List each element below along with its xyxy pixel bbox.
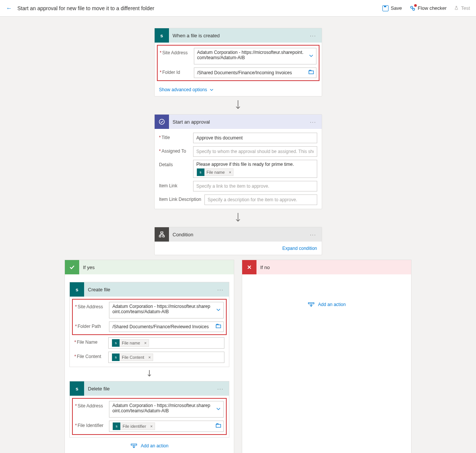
create-file-title: Create file: [88, 287, 212, 292]
test-label: Test: [461, 5, 470, 11]
save-label: Save: [391, 5, 402, 11]
connector-arrow: [234, 99, 242, 111]
approval-icon: [155, 115, 169, 129]
create-file-header[interactable]: s Create file ···: [70, 282, 229, 297]
trigger-menu[interactable]: ···: [309, 33, 318, 38]
svg-point-3: [159, 119, 164, 124]
chevron-down-icon[interactable]: [216, 406, 221, 413]
token-file-content[interactable]: sFile Content×: [112, 354, 153, 361]
sharepoint-icon: s: [112, 339, 120, 347]
token-file-name[interactable]: sFile name×: [112, 339, 149, 347]
token-remove[interactable]: ×: [146, 355, 152, 360]
add-action-no[interactable]: Add an action: [307, 296, 345, 313]
df-fileid-label: *File Identifier: [75, 421, 109, 428]
token-file-name[interactable]: sFile name×: [197, 168, 234, 176]
approval-title: Start an approval: [173, 119, 305, 125]
cf-filename-field[interactable]: sFile name×: [108, 337, 224, 349]
condition-icon: [155, 227, 169, 242]
item-link-field[interactable]: [193, 181, 317, 191]
df-site-value: Adatum Corporation - https://microsofteu…: [112, 403, 213, 413]
delete-file-menu[interactable]: ···: [216, 386, 225, 392]
folder-picker-icon[interactable]: [216, 324, 221, 330]
approval-header[interactable]: Start an approval ···: [155, 115, 322, 129]
assigned-to-input[interactable]: [197, 149, 314, 154]
item-link-input[interactable]: [197, 184, 314, 189]
create-file-card: s Create file ··· *Site Address Adatum C…: [69, 282, 229, 367]
save-button[interactable]: Save: [382, 5, 402, 11]
trigger-highlight: *Site Address Adatum Corporation - https…: [157, 45, 319, 81]
if-yes-header[interactable]: If yes: [65, 260, 234, 274]
if-no-header[interactable]: If no: [242, 260, 411, 274]
sharepoint-icon: s: [113, 422, 120, 430]
flow-checker-icon: [410, 5, 416, 11]
item-link-label: Item Link: [159, 181, 193, 188]
approval-menu[interactable]: ···: [309, 119, 318, 125]
check-icon: [65, 260, 79, 274]
chevron-down-icon[interactable]: [309, 53, 314, 60]
sharepoint-icon: s: [155, 28, 169, 43]
token-remove[interactable]: ×: [227, 170, 233, 174]
show-advanced-link[interactable]: Show advanced options: [155, 83, 322, 96]
folder-id-field[interactable]: /Shared Documents/Finance/Incoming Invoi…: [194, 67, 316, 78]
flow-title: Start an approval for new file to move i…: [17, 5, 154, 11]
add-action-yes[interactable]: Add an action: [130, 438, 168, 453]
token-file-identifier[interactable]: sFile identifier×: [112, 422, 155, 430]
if-yes-title: If yes: [83, 265, 95, 270]
if-yes-branch: If yes s Create file ··· *Site Address A…: [64, 260, 234, 453]
expand-condition-link[interactable]: Expand condition: [282, 246, 317, 251]
folder-id-value: /Shared Documents/Finance/Incoming Invoi…: [197, 70, 292, 75]
item-link-desc-input[interactable]: [208, 197, 314, 202]
svg-rect-10: [309, 303, 314, 304]
sharepoint-icon: s: [70, 282, 84, 297]
svg-rect-5: [159, 236, 161, 237]
cf-folder-label: *Folder Path: [75, 321, 109, 329]
test-button[interactable]: Test: [454, 5, 470, 11]
svg-rect-4: [161, 232, 163, 233]
cf-folder-field[interactable]: /Shared Documents/Finance/Reviewed Invoi…: [109, 321, 224, 332]
condition-menu[interactable]: ···: [309, 232, 318, 237]
trigger-card: s When a file is created ··· *Site Addre…: [154, 28, 322, 96]
cf-site-field[interactable]: Adatum Corporation - https://microsofteu…: [109, 302, 224, 318]
df-site-field[interactable]: Adatum Corporation - https://microsofteu…: [109, 401, 224, 418]
approval-title-field[interactable]: [193, 133, 317, 143]
if-no-branch: If no Add an action: [242, 260, 412, 453]
save-icon: [382, 5, 388, 11]
create-file-menu[interactable]: ···: [216, 287, 225, 292]
approval-title-label: *Title: [159, 133, 193, 140]
assigned-to-field[interactable]: [193, 146, 317, 157]
svg-point-1: [413, 8, 415, 10]
item-link-desc-field[interactable]: [204, 194, 317, 205]
alert-dot-icon: [414, 4, 417, 7]
df-fileid-field[interactable]: sFile identifier×: [109, 421, 224, 432]
delete-file-highlight: *Site Address Adatum Corporation - https…: [72, 398, 227, 435]
back-button[interactable]: ←: [6, 5, 12, 12]
sharepoint-icon: s: [197, 168, 204, 176]
approval-title-input[interactable]: [197, 135, 314, 141]
folder-id-label: *Folder Id: [160, 67, 194, 75]
approval-card: Start an approval ··· *Title *Assigned T…: [154, 114, 322, 209]
site-address-label: *Site Address: [160, 48, 194, 55]
delete-file-header[interactable]: s Delete file ···: [70, 381, 229, 396]
folder-picker-icon[interactable]: [216, 423, 221, 430]
svg-rect-8: [216, 424, 221, 427]
cf-folder-value: /Shared Documents/Finance/Reviewed Invoi…: [112, 324, 209, 329]
svg-point-0: [410, 6, 412, 8]
details-field[interactable]: Please approve if this file is ready for…: [193, 160, 317, 178]
cf-site-value: Adatum Corporation - https://microsofteu…: [112, 304, 213, 314]
token-remove[interactable]: ×: [142, 341, 148, 345]
condition-branches: If yes s Create file ··· *Site Address A…: [64, 260, 412, 453]
folder-picker-icon[interactable]: [309, 70, 314, 76]
trigger-header[interactable]: s When a file is created ···: [155, 28, 322, 43]
site-address-field[interactable]: Adatum Corporation - https://microsofteu…: [194, 48, 316, 64]
create-file-highlight: *Site Address Adatum Corporation - https…: [72, 299, 227, 335]
condition-title: Condition: [173, 232, 305, 237]
sharepoint-icon: s: [112, 354, 120, 361]
token-remove[interactable]: ×: [148, 424, 154, 429]
flow-checker-button[interactable]: Flow checker: [410, 5, 447, 11]
details-label: Details: [159, 160, 193, 167]
condition-header[interactable]: Condition ···: [155, 227, 322, 242]
sharepoint-icon: s: [70, 381, 84, 396]
cf-filecontent-field[interactable]: sFile Content×: [108, 352, 224, 363]
chevron-down-icon[interactable]: [216, 307, 221, 314]
svg-rect-7: [216, 325, 221, 328]
